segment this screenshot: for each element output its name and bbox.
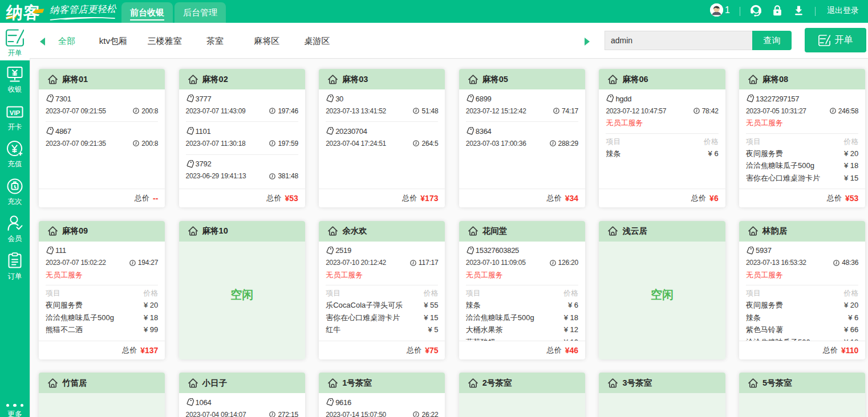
svg-text:VIP: VIP xyxy=(10,109,21,116)
